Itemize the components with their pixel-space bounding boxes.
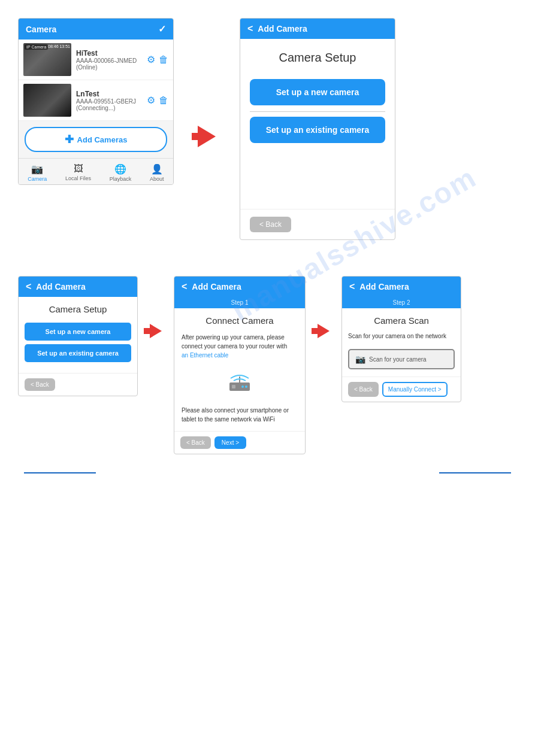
arrow-small-2 bbox=[318, 276, 330, 338]
set-up-new-camera-button[interactable]: Set up a new camera bbox=[250, 79, 385, 105]
camera-scan-screen: < Add Camera Step 2 Camera Scan Scan for… bbox=[341, 276, 461, 402]
gear-icon[interactable]: ⚙ bbox=[147, 54, 155, 65]
back-btn-label: < Back bbox=[354, 386, 373, 393]
footer-camera-label: Camera bbox=[28, 176, 47, 182]
trash-icon[interactable]: 🗑 bbox=[159, 95, 168, 106]
camera-item: IP Camera 08:46 13:51 HiTest AAAA-000066… bbox=[19, 40, 173, 80]
camera-name: HiTest bbox=[76, 49, 142, 57]
setup-footer: < Back bbox=[240, 209, 395, 239]
step-indicator: Step 1 bbox=[174, 297, 305, 308]
image-icon: 🖼 bbox=[74, 163, 83, 174]
bottom-line-left bbox=[24, 472, 96, 473]
back-btn-label: < Back bbox=[259, 220, 282, 229]
footer-about[interactable]: 👤 About bbox=[150, 163, 164, 182]
camera-list-screen: Camera ✓ IP Camera 08:46 13:51 HiTest AA… bbox=[18, 18, 174, 185]
person-icon: 👤 bbox=[151, 163, 163, 175]
connect-text-line1: After powering up your camera, please bbox=[182, 334, 285, 341]
back-button[interactable]: < Back bbox=[180, 436, 211, 449]
camera-status: (Online) bbox=[76, 64, 142, 71]
back-arrow-icon[interactable]: < bbox=[182, 281, 187, 292]
connect-text-highlighted: an Ethernet cable bbox=[182, 352, 228, 359]
camera-info: HiTest AAAA-000066-JNMED (Online) bbox=[76, 49, 142, 71]
back-button[interactable]: < Back bbox=[25, 378, 55, 391]
add-cameras-button[interactable]: ✚ Add Cameras bbox=[25, 127, 167, 152]
connect-title: Connect Camera bbox=[182, 315, 298, 326]
add-cameras-label: Add Cameras bbox=[77, 135, 128, 144]
trash-icon[interactable]: 🗑 bbox=[159, 54, 168, 65]
camera-item: LnTest AAAA-099551-GBERJ (Connecting...)… bbox=[19, 80, 173, 121]
footer-local-label: Local Files bbox=[65, 175, 91, 181]
camera-info: LnTest AAAA-099551-GBERJ (Connecting...) bbox=[76, 90, 142, 111]
back-btn-label: < Back bbox=[186, 439, 205, 446]
camera-list-header: Camera ✓ bbox=[19, 19, 173, 40]
scan-btn-label: Scan for your camera bbox=[369, 356, 427, 363]
camera-actions: ⚙ 🗑 bbox=[147, 95, 168, 106]
camera-thumb-time: 08:46 13:51 bbox=[48, 44, 70, 48]
footer-local-files[interactable]: 🖼 Local Files bbox=[65, 163, 91, 182]
camera-setup-title: Camera Setup bbox=[250, 51, 385, 65]
scan-body: Camera Scan Scan for your camera on the … bbox=[342, 308, 461, 377]
camera-thumb-label: IP Camera bbox=[25, 44, 48, 50]
svg-point-3 bbox=[245, 385, 247, 388]
add-camera-header: < Add Camera bbox=[240, 19, 395, 39]
gear-icon[interactable]: ⚙ bbox=[147, 95, 155, 106]
manually-connect-button[interactable]: Manually Connect > bbox=[382, 382, 448, 397]
connect-sub-text: Please also connect your smartphone or t… bbox=[182, 406, 298, 424]
bottom-line-right bbox=[439, 472, 511, 473]
footer-playback[interactable]: 🌐 Playback bbox=[110, 163, 132, 182]
step-indicator: Step 2 bbox=[342, 297, 461, 308]
camera-thumbnail: IP Camera 08:46 13:51 bbox=[23, 43, 71, 76]
phone-footer: 📷 Camera 🖼 Local Files 🌐 Playback 👤 Abou… bbox=[19, 158, 173, 184]
connect-camera-header: < Add Camera bbox=[174, 277, 305, 297]
set-up-existing-camera-button[interactable]: Set up an existing camera bbox=[250, 117, 385, 143]
camera-id: AAAA-000066-JNMED bbox=[76, 57, 142, 64]
camera-name: LnTest bbox=[76, 90, 142, 98]
setup-body: Camera Setup Set up a new camera Set up … bbox=[240, 39, 395, 161]
connect-text: After powering up your camera, please co… bbox=[182, 333, 298, 360]
back-arrow-icon[interactable]: < bbox=[247, 23, 253, 34]
bottom-lines bbox=[18, 472, 517, 473]
back-btn-label: < Back bbox=[31, 381, 49, 388]
camera-actions: ⚙ 🗑 bbox=[147, 54, 168, 65]
checkmark-icon[interactable]: ✓ bbox=[158, 23, 166, 35]
router-icon bbox=[182, 369, 298, 399]
footer-camera[interactable]: 📷 Camera bbox=[28, 163, 47, 182]
footer-playback-label: Playback bbox=[110, 176, 132, 182]
arrow-small-1 bbox=[150, 276, 162, 338]
plus-icon: ✚ bbox=[65, 133, 74, 146]
camera-status: (Connecting...) bbox=[76, 105, 142, 111]
svg-point-2 bbox=[241, 385, 244, 388]
camera-scan-header: < Add Camera bbox=[342, 277, 461, 297]
next-btn-label: Next > bbox=[222, 439, 239, 446]
back-arrow-icon[interactable]: < bbox=[26, 281, 31, 292]
back-button[interactable]: < Back bbox=[250, 217, 291, 232]
bottom-existing-camera-button[interactable]: Set up an existing camera bbox=[25, 344, 131, 362]
bottom-setup-footer: < Back bbox=[19, 373, 137, 396]
scan-for-camera-button[interactable]: 📷 Scan for your camera bbox=[348, 349, 455, 369]
step-number: Step 2 bbox=[347, 299, 456, 306]
svg-rect-1 bbox=[232, 385, 235, 388]
bottom-setup-header-title: Add Camera bbox=[36, 282, 85, 292]
bottom-setup-screen: < Add Camera Camera Setup Set up a new c… bbox=[18, 276, 138, 396]
next-button[interactable]: Next > bbox=[214, 436, 246, 449]
camera-setup-screen: < Add Camera Camera Setup Set up a new c… bbox=[240, 18, 395, 240]
camera-scan-header-title: Add Camera bbox=[359, 282, 409, 292]
bottom-setup-title: Camera Setup bbox=[25, 304, 131, 314]
camera-footer-icon: 📷 bbox=[31, 163, 43, 175]
back-arrow-icon[interactable]: < bbox=[349, 281, 355, 292]
connect-text-line2: connect your camera to your router with bbox=[182, 343, 287, 350]
red-arrow-small-icon bbox=[150, 324, 162, 338]
red-arrow-icon bbox=[198, 126, 216, 147]
scan-icon: 📷 bbox=[355, 354, 365, 364]
camera-header-title: Camera bbox=[26, 25, 56, 34]
back-button[interactable]: < Back bbox=[348, 382, 379, 397]
manually-connect-label: Manually Connect > bbox=[388, 386, 442, 393]
bottom-new-camera-button[interactable]: Set up a new camera bbox=[25, 323, 131, 341]
connect-camera-header-title: Add Camera bbox=[192, 282, 241, 292]
arrow-right bbox=[198, 18, 216, 147]
globe-icon: 🌐 bbox=[114, 163, 126, 175]
scan-title: Camera Scan bbox=[348, 315, 455, 326]
camera-id: AAAA-099551-GBERJ bbox=[76, 98, 142, 105]
bottom-setup-body: Camera Setup Set up a new camera Set up … bbox=[19, 297, 137, 373]
add-camera-title: Add Camera bbox=[258, 24, 307, 34]
